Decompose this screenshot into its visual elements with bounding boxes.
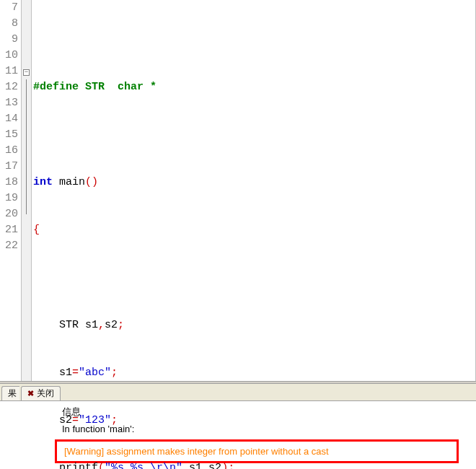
line-number: 19: [0, 190, 18, 206]
line-number: 20: [0, 206, 18, 222]
line-number: 7: [0, 0, 18, 16]
line-number: 13: [0, 95, 18, 111]
line-number: 11: [0, 63, 18, 79]
code-line[interactable]: #define STR char *: [32, 79, 475, 95]
code-line[interactable]: {: [32, 222, 475, 238]
line-number: 10: [0, 48, 18, 63]
code-line[interactable]: [32, 270, 475, 286]
code-content[interactable]: #define STR char * int main() { STR s1,s…: [32, 0, 475, 381]
line-number: 12: [0, 79, 18, 95]
tab-label: 果: [8, 387, 17, 400]
line-number-gutter: 7 8 9 10 11 12 13 14 15 16 17 18 19 20 2…: [0, 0, 22, 381]
code-line[interactable]: s1="abc";: [32, 365, 475, 381]
code-line[interactable]: s2="123";: [32, 413, 475, 429]
fold-toggle[interactable]: −: [22, 63, 31, 79]
code-line[interactable]: [32, 32, 475, 48]
line-number: 16: [0, 143, 18, 159]
tab-results[interactable]: 果: [1, 386, 19, 400]
code-line[interactable]: int main(): [32, 175, 475, 190]
code-line[interactable]: STR s1,s2;: [32, 317, 475, 333]
line-number: 8: [0, 16, 18, 32]
line-number: 9: [0, 32, 18, 48]
line-number: 17: [0, 159, 18, 175]
code-line[interactable]: printf("%s %s \r\n",s1,s2);: [32, 460, 475, 469]
line-number: 22: [0, 238, 18, 254]
line-number: 14: [0, 111, 18, 127]
code-line[interactable]: [32, 127, 475, 143]
fold-gutter: −: [22, 0, 32, 381]
line-number: 18: [0, 175, 18, 190]
line-number: 15: [0, 127, 18, 143]
code-editor[interactable]: 7 8 9 10 11 12 13 14 15 16 17 18 19 20 2…: [0, 0, 476, 381]
line-number: 21: [0, 222, 18, 238]
